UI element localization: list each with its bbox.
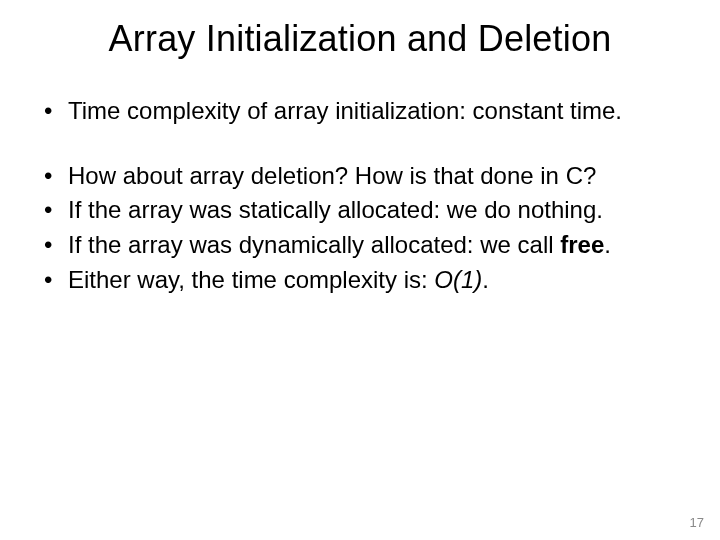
text-run: If the array was dynamically allocated: … [68,231,560,258]
list-item: Time complexity of array initialization:… [40,96,680,127]
spacer [40,131,680,161]
slide: Array Initialization and Deletion Time c… [0,0,720,540]
page-number: 17 [690,515,704,530]
text-run: . [482,266,489,293]
list-item: How about array deletion? How is that do… [40,161,680,192]
list-item: If the array was dynamically allocated: … [40,230,680,261]
bullet-list: How about array deletion? How is that do… [40,161,680,296]
bullet-list: Time complexity of array initialization:… [40,96,680,127]
text-run: Either way, the time complexity is: [68,266,434,293]
text-italic: O(1) [434,266,482,293]
slide-title: Array Initialization and Deletion [40,18,680,60]
list-item: If the array was statically allocated: w… [40,195,680,226]
text-bold: free [560,231,604,258]
list-item: Either way, the time complexity is: O(1)… [40,265,680,296]
text-run: . [604,231,611,258]
